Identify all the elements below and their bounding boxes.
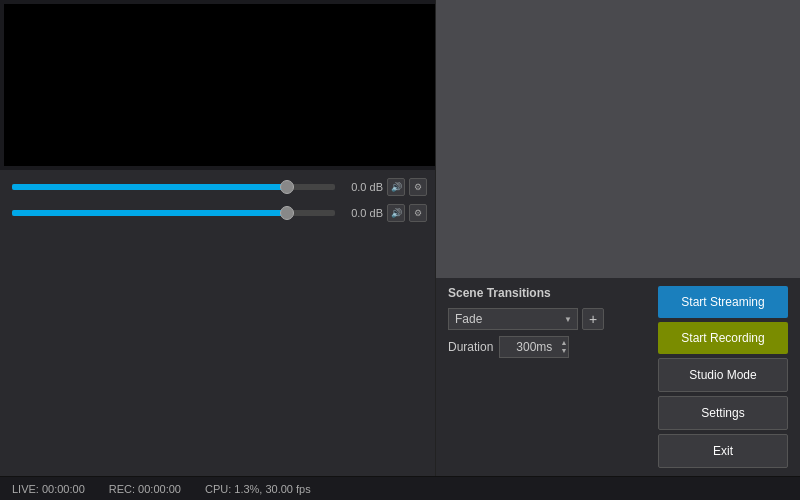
cpu-status: CPU: 1.3%, 30.00 fps xyxy=(205,483,311,495)
duration-label: Duration xyxy=(448,340,493,354)
spin-down-icon[interactable]: ▼ xyxy=(560,347,567,355)
preview-area xyxy=(4,4,436,166)
status-bar: LIVE: 00:00:00 REC: 00:00:00 CPU: 1.3%, … xyxy=(0,476,800,500)
transition-select[interactable]: Fade Cut Swipe xyxy=(448,308,578,330)
scene-transitions-panel: Scene Transitions Fade Cut Swipe + Du xyxy=(448,286,604,358)
audio-row-2: 0.0 dB 🔊 ⚙ xyxy=(0,200,435,226)
spin-up-icon[interactable]: ▲ xyxy=(560,339,567,347)
duration-input[interactable] xyxy=(499,336,569,358)
audio-thumb-1[interactable] xyxy=(280,180,294,194)
volume-icon-2[interactable]: 🔊 xyxy=(387,204,405,222)
audio-icons-2: 🔊 ⚙ xyxy=(387,204,427,222)
fade-row: Fade Cut Swipe + xyxy=(448,308,604,330)
exit-button[interactable]: Exit xyxy=(658,434,788,468)
start-recording-button[interactable]: Start Recording xyxy=(658,322,788,354)
controls-row: Scene Transitions Fade Cut Swipe + Du xyxy=(436,278,800,476)
duration-spinner-wrapper: ▲ ▼ xyxy=(499,336,569,358)
audio-fill-2 xyxy=(12,210,287,216)
audio-icons-1: 🔊 ⚙ xyxy=(387,178,427,196)
audio-fill-1 xyxy=(12,184,287,190)
audio-db-2: 0.0 dB xyxy=(343,207,383,219)
studio-mode-button[interactable]: Studio Mode xyxy=(658,358,788,392)
audio-mixer: 0.0 dB 🔊 ⚙ 0.0 dB xyxy=(0,170,435,476)
gear-icon-1[interactable]: ⚙ xyxy=(409,178,427,196)
duration-row: Duration ▲ ▼ xyxy=(448,336,604,358)
scene-transitions-label: Scene Transitions xyxy=(448,286,604,300)
left-panel: 0.0 dB 🔊 ⚙ 0.0 dB xyxy=(0,0,435,476)
audio-row-1: 0.0 dB 🔊 ⚙ xyxy=(0,174,435,200)
settings-button[interactable]: Settings xyxy=(658,396,788,430)
audio-slider-2[interactable] xyxy=(12,210,335,216)
audio-slider-1[interactable] xyxy=(12,184,335,190)
transition-select-wrapper: Fade Cut Swipe xyxy=(448,308,578,330)
duration-spin-arrows[interactable]: ▲ ▼ xyxy=(560,339,567,354)
audio-db-1: 0.0 dB xyxy=(343,181,383,193)
volume-icon-1[interactable]: 🔊 xyxy=(387,178,405,196)
gear-icon-2[interactable]: ⚙ xyxy=(409,204,427,222)
start-streaming-button[interactable]: Start Streaming xyxy=(658,286,788,318)
scenes-sources-area xyxy=(436,0,800,278)
right-panel: Scene Transitions Fade Cut Swipe + Du xyxy=(436,0,800,476)
rec-status: REC: 00:00:00 xyxy=(109,483,181,495)
add-transition-button[interactable]: + xyxy=(582,308,604,330)
action-buttons: Start Streaming Start Recording Studio M… xyxy=(658,286,788,468)
audio-thumb-2[interactable] xyxy=(280,206,294,220)
live-status: LIVE: 00:00:00 xyxy=(12,483,85,495)
